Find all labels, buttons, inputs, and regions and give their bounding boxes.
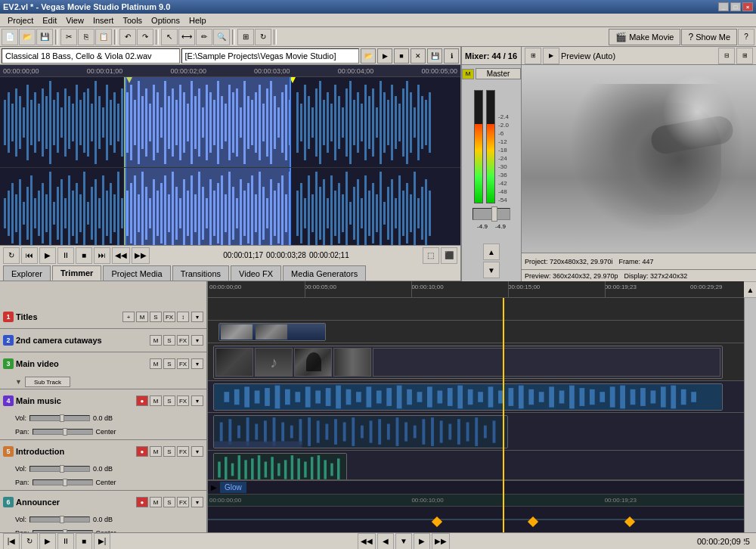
track-5-fx[interactable]: FX — [177, 446, 189, 457]
preview-split-btn[interactable]: ⊟ — [718, 48, 735, 64]
tool-select[interactable]: ↖ — [161, 29, 178, 45]
bb-next[interactable]: ▶| — [94, 533, 110, 550]
trim-fwd-btn[interactable]: ▶▶ — [132, 247, 150, 264]
nav-btn-5[interactable]: ▶▶ — [432, 533, 450, 550]
track-4-vol-slider[interactable] — [29, 415, 90, 421]
glow-keyframe-track[interactable] — [208, 507, 744, 532]
menu-help[interactable]: Help — [184, 14, 211, 26]
track-5-rec[interactable]: ● — [136, 446, 148, 457]
track-2-fx[interactable]: FX — [177, 335, 189, 346]
waveform-track-2[interactable] — [0, 168, 460, 245]
tab-transitions[interactable]: Transitions — [172, 265, 229, 281]
mixer-scroll-down[interactable]: ▼ — [483, 262, 500, 278]
track-1-expand[interactable]: + — [122, 312, 135, 322]
maximize-button[interactable]: □ — [730, 2, 741, 11]
track-6-menu[interactable]: ▾ — [191, 497, 203, 507]
track-4-menu[interactable]: ▾ — [191, 395, 203, 406]
trim-next-btn[interactable]: ⏭ — [94, 247, 110, 264]
open-button[interactable]: 📂 — [19, 29, 36, 45]
close-button[interactable]: × — [742, 2, 753, 11]
track-5-mute[interactable]: M — [150, 446, 162, 457]
help-button[interactable]: ? — [738, 29, 754, 45]
tab-trimmer[interactable]: Trimmer — [52, 265, 101, 281]
track-2-mute[interactable]: M — [150, 335, 162, 346]
filepath-input[interactable] — [2, 48, 180, 64]
track-6-vol-slider[interactable] — [29, 516, 90, 523]
make-movie-button[interactable]: 🎬 Make Movie — [609, 29, 680, 45]
nav-btn-1[interactable]: ◀◀ — [358, 533, 376, 550]
file-stop-btn[interactable]: ■ — [394, 48, 409, 64]
tool-loop[interactable]: ↻ — [255, 29, 271, 45]
preview-tool-2[interactable]: ▶ — [543, 48, 559, 64]
tool-snap[interactable]: ⊞ — [237, 29, 254, 45]
undo-button[interactable]: ↶ — [119, 29, 136, 45]
track-6-mute[interactable]: M — [150, 497, 162, 507]
trim-mark-out[interactable]: ⬛ — [441, 247, 457, 264]
mixer-scroll-up[interactable]: ▲ — [483, 243, 500, 260]
track-5-vol-slider[interactable] — [29, 466, 90, 472]
trim-loop-btn[interactable]: ↻ — [3, 247, 20, 264]
bb-loop[interactable]: ↻ — [21, 533, 38, 550]
file-play-btn[interactable]: ▶ — [377, 48, 392, 64]
copy-button[interactable]: ⎘ — [78, 29, 94, 45]
trim-play-btn[interactable]: ▶ — [39, 247, 56, 264]
tab-project-media[interactable]: Project Media — [103, 265, 170, 281]
clip-2a[interactable] — [218, 323, 326, 341]
track-4-fx[interactable]: FX — [177, 395, 189, 406]
track-1-motion[interactable]: ↕ — [177, 312, 189, 322]
track-6-fx[interactable]: FX — [177, 497, 189, 507]
track-4-mute[interactable]: M — [150, 395, 162, 406]
project-path-input[interactable] — [181, 48, 360, 64]
track-2-menu[interactable]: ▾ — [191, 335, 203, 346]
track-5-menu[interactable]: ▾ — [191, 446, 203, 457]
cut-button[interactable]: ✂ — [60, 29, 77, 45]
track-6-rec[interactable]: ● — [136, 497, 148, 507]
bb-stop[interactable]: ■ — [76, 533, 92, 550]
new-button[interactable]: 📄 — [2, 29, 18, 45]
track-4-pan-slider[interactable] — [33, 429, 93, 435]
tool-trim[interactable]: ⟷ — [178, 29, 195, 45]
scroll-up-btn[interactable]: ▲ — [742, 281, 757, 298]
menu-edit[interactable]: Edit — [38, 14, 61, 26]
trim-stop-btn[interactable]: ■ — [76, 247, 92, 264]
file-open-btn[interactable]: 📂 — [361, 48, 376, 64]
trim-pause-btn[interactable]: ⏸ — [57, 247, 74, 264]
tab-explorer[interactable]: Explorer — [3, 265, 51, 281]
track-4-rec[interactable]: ● — [136, 395, 148, 406]
menu-view[interactable]: View — [61, 14, 88, 26]
track-5-pan-slider[interactable] — [33, 479, 93, 485]
track-1-menu[interactable]: ▾ — [191, 312, 203, 322]
nav-btn-2[interactable]: ◀ — [377, 533, 394, 550]
waveform-track-1[interactable] — [0, 77, 460, 168]
menu-tools[interactable]: Tools — [118, 14, 147, 26]
menu-insert[interactable]: Insert — [88, 14, 119, 26]
menu-project[interactable]: Project — [3, 14, 38, 26]
bb-pause[interactable]: ⏸ — [57, 533, 74, 550]
menu-options[interactable]: Options — [147, 14, 184, 26]
tool-draw[interactable]: ✏ — [196, 29, 212, 45]
tab-video-fx[interactable]: Video FX — [231, 265, 281, 281]
mixer-mute-btn[interactable]: M — [462, 69, 474, 79]
bb-prev[interactable]: |◀ — [3, 533, 20, 550]
nav-btn-3[interactable]: ▼ — [395, 533, 412, 550]
trim-back-btn[interactable]: ◀◀ — [112, 247, 130, 264]
track-3-fx[interactable]: FX — [177, 358, 189, 369]
nav-btn-4[interactable]: ▶ — [414, 533, 430, 550]
show-me-button[interactable]: ? Show Me — [681, 29, 737, 45]
track-5-solo[interactable]: S — [163, 446, 175, 457]
track-3-solo[interactable]: S — [163, 358, 175, 369]
track-3-menu[interactable]: ▾ — [191, 358, 203, 369]
track-1-solo[interactable]: S — [150, 312, 162, 322]
clip-3a[interactable]: ♪ — [213, 346, 723, 379]
track-2-solo[interactable]: S — [163, 335, 175, 346]
trim-prev-btn[interactable]: ⏮ — [21, 247, 38, 264]
track-6-solo[interactable]: S — [163, 497, 175, 507]
clip-4a[interactable]: // Generated inline since SVG doesn't su… — [213, 383, 723, 411]
mixer-fader[interactable] — [472, 208, 510, 220]
minimize-button[interactable]: _ — [718, 2, 729, 11]
file-info-btn[interactable]: ℹ — [444, 48, 459, 64]
bb-play[interactable]: ▶ — [39, 533, 56, 550]
save-button[interactable]: 💾 — [36, 29, 53, 45]
preview-full-btn[interactable]: ⊞ — [736, 48, 753, 64]
window-controls[interactable]: _ □ × — [718, 2, 753, 11]
